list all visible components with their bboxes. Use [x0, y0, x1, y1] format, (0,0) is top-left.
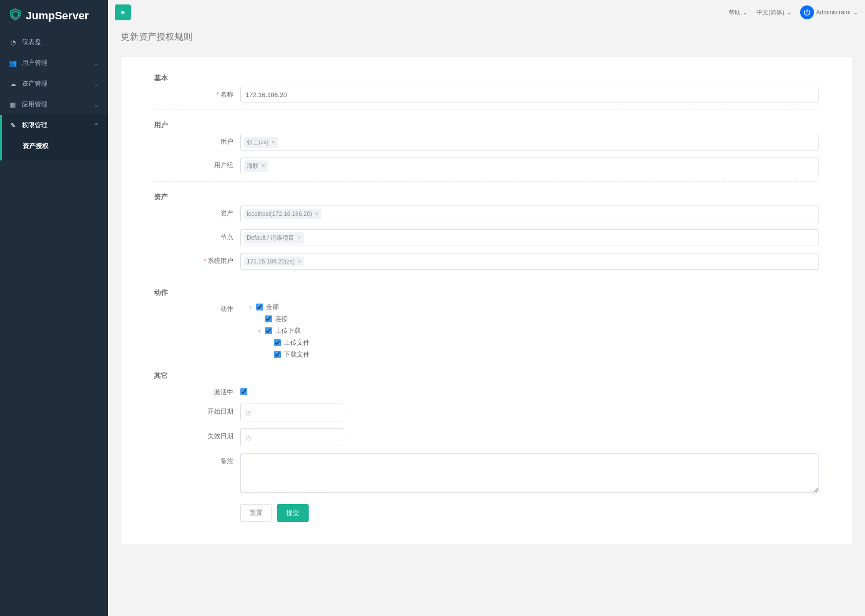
label-action: 动作	[154, 301, 233, 313]
section-basic: 基本	[154, 70, 819, 87]
lang-menu[interactable]: 中文(简体) ⌄	[757, 8, 791, 17]
apps-icon: ▦	[9, 101, 17, 108]
submit-button[interactable]: 提交	[277, 504, 309, 522]
main: ≡ 帮助 ⌄ 中文(简体) ⌄ Administrator ⌄ 更新资产授权规则	[108, 0, 865, 616]
section-action: 动作	[154, 284, 819, 301]
tag-text: 张三(zs)	[247, 138, 269, 147]
users-icon: 👥	[9, 59, 17, 67]
nav-db-perm[interactable]: 数据库授权	[0, 156, 108, 160]
topbar: ≡ 帮助 ⌄ 中文(简体) ⌄ Administrator ⌄	[108, 0, 865, 25]
tree-label: 全部	[266, 303, 279, 311]
tree-label: 下载文件	[284, 350, 310, 359]
remove-icon[interactable]: ×	[297, 234, 301, 241]
nav-label: 用户管理	[22, 58, 48, 67]
user-menu[interactable]: Administrator ⌄	[800, 5, 858, 19]
system-user-select[interactable]: 172.16.186.20(zs) ×	[240, 253, 819, 270]
chevron-down-icon: ⌄	[94, 101, 99, 108]
brand-name: JumpServer	[26, 9, 89, 22]
nav-label: 仪表盘	[22, 38, 41, 47]
brand: JumpServer	[0, 0, 108, 32]
toggle-sidebar-button[interactable]: ≡	[115, 4, 131, 20]
system-user-tag: 172.16.186.20(zs) ×	[244, 257, 304, 266]
chevron-up-icon: ⌃	[94, 122, 99, 129]
divider	[154, 181, 819, 182]
node-select[interactable]: Default / 运维项目 ×	[240, 229, 819, 246]
chevron-down-icon: ⌄	[94, 80, 99, 88]
date-expired-input[interactable]: ◷	[240, 428, 344, 446]
divider	[154, 109, 819, 110]
tree-label: 连接	[275, 314, 288, 323]
label-node: 节点	[154, 229, 233, 242]
nav-perms-submenu: 资产授权 数据库授权	[0, 136, 108, 160]
action-tree: ▾ 全部 连接	[240, 301, 819, 360]
help-label: 帮助	[729, 8, 741, 17]
remove-icon[interactable]: ×	[315, 210, 319, 217]
user-group-tag: 海联 ×	[244, 160, 268, 172]
form-panel: 基本 *名称 用户 用户 张三(zs) ×	[121, 56, 852, 544]
help-menu[interactable]: 帮助 ⌄	[729, 8, 748, 17]
chevron-down-icon: ⌄	[94, 59, 99, 67]
dashboard-icon: ◔	[9, 39, 17, 46]
assets-icon: ☁	[9, 80, 17, 88]
label-user-group: 用户组	[154, 157, 233, 170]
menu-icon: ≡	[121, 9, 125, 16]
nav-apps[interactable]: ▦ 应用管理 ⌄	[0, 94, 108, 115]
label-date-expired: 失效日期	[154, 428, 233, 441]
chk-upload[interactable]	[274, 339, 281, 346]
asset-tag: localhost(172.16.186.20) ×	[244, 209, 322, 219]
nav-assets[interactable]: ☁ 资产管理 ⌄	[0, 73, 108, 94]
nav-asset-perm[interactable]: 资产授权	[0, 136, 108, 156]
page-title: 更新资产授权规则	[108, 25, 865, 49]
caret-icon[interactable]: ▾	[258, 328, 262, 334]
user-group-select[interactable]: 海联 ×	[240, 157, 819, 174]
chk-all[interactable]	[256, 304, 263, 310]
nav-label: 权限管理	[22, 121, 48, 130]
tag-text: Default / 运维项目	[247, 234, 294, 242]
tag-text: 172.16.186.20(zs)	[247, 258, 295, 265]
logo-icon	[9, 8, 22, 24]
remove-icon[interactable]: ×	[262, 162, 265, 169]
label-system-user: *系统用户	[154, 253, 233, 265]
name-input[interactable]	[240, 87, 819, 103]
section-asset: 资产	[154, 189, 819, 205]
active-checkbox[interactable]	[240, 388, 247, 395]
comment-textarea[interactable]	[240, 453, 819, 493]
tree-label: 上传下载	[275, 326, 301, 335]
label-name: *名称	[154, 87, 233, 99]
edit-icon: ✎	[9, 122, 17, 129]
nav-menu: ◔ 仪表盘 👥 用户管理 ⌄ ☁ 资产管理 ⌄ ▦ 应用管理 ⌄ ✎ 权限管理 …	[0, 32, 108, 160]
chevron-down-icon: ⌄	[853, 9, 858, 16]
label-active: 激活中	[154, 384, 233, 397]
chk-download[interactable]	[274, 351, 281, 358]
power-icon	[800, 5, 814, 19]
lang-label: 中文(简体)	[757, 8, 784, 17]
user-select[interactable]: 张三(zs) ×	[240, 134, 819, 151]
nav-label: 应用管理	[22, 100, 48, 109]
nav-users[interactable]: 👥 用户管理 ⌄	[0, 52, 108, 73]
nav-dashboard[interactable]: ◔ 仪表盘	[0, 32, 108, 52]
content: 基本 *名称 用户 用户 张三(zs) ×	[108, 49, 865, 616]
label-date-start: 开始日期	[154, 404, 233, 416]
clock-icon: ◷	[246, 434, 251, 441]
chevron-down-icon: ⌄	[743, 9, 748, 16]
node-tag: Default / 运维项目 ×	[244, 232, 304, 244]
reset-button[interactable]: 重置	[240, 504, 272, 522]
asset-select[interactable]: localhost(172.16.186.20) ×	[240, 205, 819, 222]
chk-connect[interactable]	[265, 315, 272, 322]
tag-text: 海联	[247, 162, 259, 170]
date-start-input[interactable]: ◷	[240, 404, 344, 421]
clock-icon: ◷	[246, 409, 251, 416]
caret-icon[interactable]: ▾	[249, 305, 253, 310]
remove-icon[interactable]: ×	[271, 139, 275, 146]
section-user: 用户	[154, 117, 819, 134]
tag-text: localhost(172.16.186.20)	[247, 210, 312, 217]
user-label: Administrator	[816, 9, 851, 16]
tree-label: 上传文件	[284, 338, 310, 347]
section-other: 其它	[154, 367, 819, 384]
user-tag: 张三(zs) ×	[244, 137, 278, 148]
chk-updown[interactable]	[265, 327, 272, 334]
nav-label: 资产管理	[22, 79, 48, 88]
nav-perms[interactable]: ✎ 权限管理 ⌃	[0, 115, 108, 136]
remove-icon[interactable]: ×	[298, 258, 301, 265]
label-user: 用户	[154, 134, 233, 146]
